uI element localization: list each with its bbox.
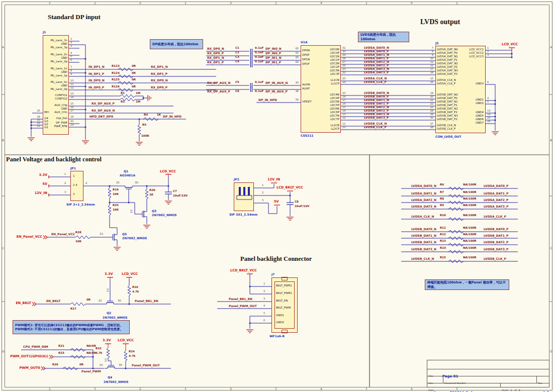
- pin-number: 13: [342, 113, 345, 116]
- net-label: LVDSB_DAT3_P: [484, 248, 508, 251]
- net-label: LVDSB_DAT0_P: [484, 228, 508, 231]
- net-label: RX_DP1_N: [207, 56, 224, 59]
- pin-label: LDC1P: [315, 59, 339, 62]
- pin-label: GND: [44, 84, 67, 87]
- pin-label: LVDSA_DAT_P3: [437, 73, 457, 76]
- capacitor-value: 0.1uF: [255, 56, 263, 59]
- net-label: DP_IN_AUX_P: [265, 90, 288, 93]
- pin-number: 11: [342, 123, 345, 125]
- pin-label: ML_Lane_2p: [44, 60, 67, 63]
- net-label: LVDSA_DAT3_N: [411, 205, 436, 208]
- resistor-ref: R6: [440, 183, 444, 186]
- net-label: DP_IN1_N: [265, 56, 282, 59]
- pin-label: LVDSA_DAT_N0: [437, 48, 458, 51]
- net-label: LVDSB_CLK_N: [411, 257, 434, 260]
- pin-label: HPDET: [302, 101, 312, 104]
- pin-label: GND3: [459, 82, 484, 85]
- pin-label: AUX_CHp: [44, 104, 67, 107]
- pin-number: 7: [70, 66, 72, 68]
- net-label: RX_DP0_P: [151, 86, 167, 89]
- pin-label: LCD_VCC1: [459, 48, 484, 51]
- net-label: LVDSA_CLK_P: [364, 80, 387, 83]
- pin-label: GND2: [276, 321, 284, 324]
- pin-number: 1: [70, 38, 72, 40]
- pin-number: 2: [263, 290, 265, 292]
- net-label: RX_DP1_P: [207, 61, 224, 64]
- pin-label: LVDSA_DAT_P2: [437, 66, 457, 69]
- pin-number: 3: [263, 298, 265, 300]
- pin-label: DP1N: [302, 58, 310, 61]
- resistor-ref: R26: [52, 363, 58, 366]
- pin-number: 4: [85, 182, 87, 184]
- pin-number: 43: [288, 81, 299, 84]
- pin-label: BKLT_PWM: [276, 307, 291, 310]
- pin-label: 1: [73, 175, 75, 178]
- section-title-backlight-connector: Panel backlight Connector: [240, 255, 312, 263]
- pin-label: ML_Lane_1p: [44, 74, 67, 77]
- pin-label: GND: [44, 43, 67, 46]
- pin-number: 65: [288, 56, 299, 59]
- pin-label: LVDSA_DAT_P0: [437, 52, 457, 55]
- capacitor-value: 10uF/16V: [295, 205, 309, 208]
- net-label: IN_DP0_P: [88, 86, 104, 89]
- resistor-ref: R28: [75, 231, 81, 234]
- pin-label: LVDSA_CLK_P: [437, 82, 455, 85]
- net-label: RX_DP_AUX_P: [91, 102, 115, 105]
- net-label: HPD_DET_DP0: [89, 115, 113, 118]
- resistor-value: 1K: [157, 114, 161, 117]
- pin-label: LCD_VCC3: [459, 55, 484, 58]
- capacitor-ref: C4: [235, 60, 239, 63]
- pin-number: 1: [64, 173, 66, 175]
- resistor-value: 0R: [79, 363, 83, 366]
- resistor-ref: R21: [58, 345, 64, 348]
- pin-label: BKLT_PWR1: [276, 284, 292, 287]
- capacitor-ref: C7: [173, 190, 177, 193]
- pin-label: 3D: [135, 181, 138, 184]
- pin-number: 22: [424, 103, 433, 105]
- pin-number: 17: [70, 110, 73, 112]
- resistor-value: 4.7k: [96, 352, 102, 355]
- power-net-label: LCD_VCC: [502, 43, 518, 46]
- net-label: LVDSB_DAT0_N: [411, 228, 436, 231]
- pin-number: 26: [342, 64, 345, 67]
- resistor-value: 1M: [136, 101, 140, 104]
- capacitor-value: 0.1uF: [255, 60, 263, 63]
- pin-number: 19: [342, 95, 345, 98]
- net-label: DP_IN1_P: [265, 61, 281, 64]
- pin-number: 28: [424, 126, 433, 129]
- q3-part-number: 2N7002_NMOS: [152, 214, 176, 217]
- jp1-refdes: JP1: [70, 167, 76, 170]
- pin-label: LDC0P: [315, 52, 339, 55]
- pin-number: 4: [70, 52, 72, 54]
- net-label: DP_IN0_N: [265, 47, 282, 50]
- pin-label: LDC1N: [315, 55, 339, 58]
- pin-number: 27: [424, 123, 433, 125]
- resistor-ref: R13: [440, 240, 446, 243]
- net-label: LVDSB_DAT2_P: [484, 241, 508, 244]
- pin-label: LVDSB_DAT_N2: [437, 108, 458, 111]
- net-label: RX_DP0_P: [207, 52, 224, 55]
- resistor-ref: R123: [112, 65, 120, 68]
- resistor-value: NA/100R: [463, 240, 477, 243]
- pin-label: 2S: [116, 181, 119, 184]
- frame-row-letter: A: [2, 46, 4, 49]
- pin-label: LVDSB_DAT_N3: [437, 115, 458, 118]
- power-net-label: 3.3V: [105, 272, 113, 276]
- resistor-value: NA/100R: [463, 214, 477, 217]
- pin-label: LVDSA_DAT_N1: [437, 55, 458, 58]
- pin-label: ML_Lane_3n: [44, 39, 67, 42]
- resistor-value: NA/100R: [463, 204, 477, 207]
- frame-row-letter: B: [2, 139, 4, 142]
- pin-number: 30: [342, 50, 345, 53]
- pin-number: 10: [424, 57, 433, 60]
- net-label: IN_DP1_P: [88, 72, 104, 75]
- pin-label: LL1CP: [315, 82, 339, 85]
- pin-label: GND6: [459, 118, 484, 121]
- pin-number: 15: [342, 106, 345, 109]
- q5-refdes: Q5: [122, 233, 127, 236]
- resistor-ref: R16: [132, 286, 138, 289]
- pin-number: 2: [487, 50, 489, 53]
- resistor-ref: R17: [70, 308, 76, 311]
- pin-label: 2S: [99, 300, 102, 302]
- pin-label: CONFIG1: [44, 94, 67, 97]
